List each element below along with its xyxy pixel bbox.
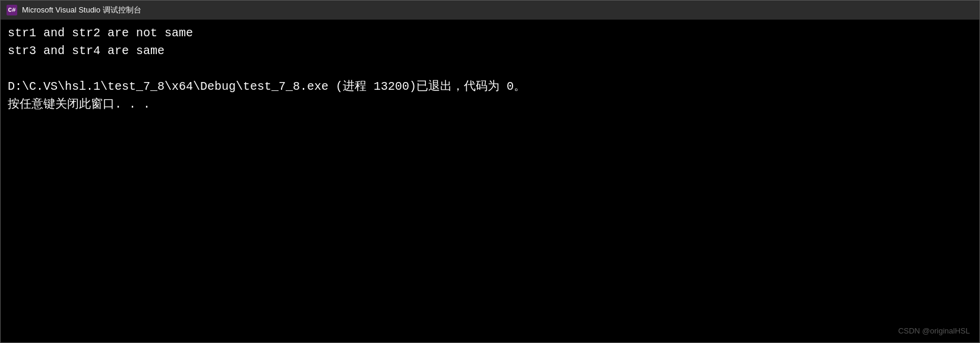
app-icon-label: C# bbox=[8, 7, 15, 14]
console-line-2: str3 and str4 are same bbox=[8, 42, 972, 60]
console-line-5: 按任意键关闭此窗口. . . bbox=[8, 96, 972, 114]
vs-debug-console-window: C# Microsoft Visual Studio 调试控制台 str1 an… bbox=[0, 0, 980, 343]
watermark: CSDN @originalHSL bbox=[898, 326, 970, 335]
console-line-4: D:\C.VS\hsl.1\test_7_8\x64\Debug\test_7_… bbox=[8, 78, 972, 96]
title-bar: C# Microsoft Visual Studio 调试控制台 bbox=[1, 1, 979, 20]
window-title: Microsoft Visual Studio 调试控制台 bbox=[22, 5, 141, 15]
console-line-1: str1 and str2 are not same bbox=[8, 24, 972, 42]
app-icon: C# bbox=[7, 5, 17, 15]
console-output-area[interactable]: str1 and str2 are not same str3 and str4… bbox=[1, 20, 979, 342]
console-line-empty bbox=[8, 60, 972, 78]
